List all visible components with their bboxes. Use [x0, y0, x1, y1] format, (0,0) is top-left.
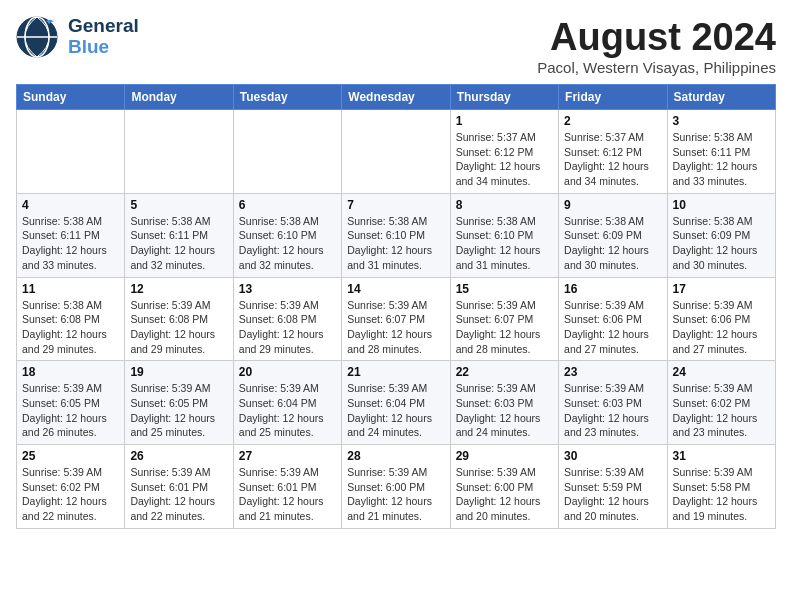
day-info: Sunrise: 5:39 AMSunset: 6:01 PMDaylight:… [239, 465, 336, 524]
day-number: 31 [673, 449, 770, 463]
calendar-week-2: 4Sunrise: 5:38 AMSunset: 6:11 PMDaylight… [17, 193, 776, 277]
day-info: Sunrise: 5:39 AMSunset: 6:06 PMDaylight:… [564, 298, 661, 357]
day-info: Sunrise: 5:39 AMSunset: 6:07 PMDaylight:… [456, 298, 553, 357]
calendar-cell: 27Sunrise: 5:39 AMSunset: 6:01 PMDayligh… [233, 445, 341, 529]
day-number: 14 [347, 282, 444, 296]
calendar-cell: 22Sunrise: 5:39 AMSunset: 6:03 PMDayligh… [450, 361, 558, 445]
day-info: Sunrise: 5:39 AMSunset: 6:08 PMDaylight:… [239, 298, 336, 357]
calendar-header-sunday: Sunday [17, 85, 125, 110]
calendar-cell: 14Sunrise: 5:39 AMSunset: 6:07 PMDayligh… [342, 277, 450, 361]
day-info: Sunrise: 5:39 AMSunset: 6:05 PMDaylight:… [22, 381, 119, 440]
day-info: Sunrise: 5:39 AMSunset: 6:07 PMDaylight:… [347, 298, 444, 357]
calendar-cell: 23Sunrise: 5:39 AMSunset: 6:03 PMDayligh… [559, 361, 667, 445]
day-number: 1 [456, 114, 553, 128]
day-number: 6 [239, 198, 336, 212]
day-number: 12 [130, 282, 227, 296]
day-info: Sunrise: 5:39 AMSunset: 6:00 PMDaylight:… [456, 465, 553, 524]
day-info: Sunrise: 5:39 AMSunset: 6:02 PMDaylight:… [22, 465, 119, 524]
logo: General Blue [16, 16, 139, 58]
calendar-cell [342, 110, 450, 194]
day-number: 2 [564, 114, 661, 128]
day-info: Sunrise: 5:39 AMSunset: 6:00 PMDaylight:… [347, 465, 444, 524]
day-info: Sunrise: 5:38 AMSunset: 6:11 PMDaylight:… [130, 214, 227, 273]
day-number: 18 [22, 365, 119, 379]
calendar-cell: 5Sunrise: 5:38 AMSunset: 6:11 PMDaylight… [125, 193, 233, 277]
day-info: Sunrise: 5:39 AMSunset: 6:04 PMDaylight:… [347, 381, 444, 440]
calendar-cell: 25Sunrise: 5:39 AMSunset: 6:02 PMDayligh… [17, 445, 125, 529]
calendar-cell: 3Sunrise: 5:38 AMSunset: 6:11 PMDaylight… [667, 110, 775, 194]
calendar-cell: 10Sunrise: 5:38 AMSunset: 6:09 PMDayligh… [667, 193, 775, 277]
calendar-cell: 20Sunrise: 5:39 AMSunset: 6:04 PMDayligh… [233, 361, 341, 445]
day-number: 20 [239, 365, 336, 379]
day-number: 21 [347, 365, 444, 379]
day-info: Sunrise: 5:38 AMSunset: 6:09 PMDaylight:… [564, 214, 661, 273]
day-info: Sunrise: 5:39 AMSunset: 5:59 PMDaylight:… [564, 465, 661, 524]
day-info: Sunrise: 5:39 AMSunset: 5:58 PMDaylight:… [673, 465, 770, 524]
calendar-header-tuesday: Tuesday [233, 85, 341, 110]
day-info: Sunrise: 5:39 AMSunset: 6:02 PMDaylight:… [673, 381, 770, 440]
calendar-cell: 11Sunrise: 5:38 AMSunset: 6:08 PMDayligh… [17, 277, 125, 361]
calendar-header-row: SundayMondayTuesdayWednesdayThursdayFrid… [17, 85, 776, 110]
calendar-cell: 19Sunrise: 5:39 AMSunset: 6:05 PMDayligh… [125, 361, 233, 445]
page-header: General Blue August 2024 Pacol, Western … [16, 16, 776, 76]
calendar-header-saturday: Saturday [667, 85, 775, 110]
day-number: 5 [130, 198, 227, 212]
calendar-cell: 2Sunrise: 5:37 AMSunset: 6:12 PMDaylight… [559, 110, 667, 194]
calendar-week-5: 25Sunrise: 5:39 AMSunset: 6:02 PMDayligh… [17, 445, 776, 529]
day-info: Sunrise: 5:39 AMSunset: 6:08 PMDaylight:… [130, 298, 227, 357]
calendar-cell: 1Sunrise: 5:37 AMSunset: 6:12 PMDaylight… [450, 110, 558, 194]
calendar-cell: 26Sunrise: 5:39 AMSunset: 6:01 PMDayligh… [125, 445, 233, 529]
calendar-header-wednesday: Wednesday [342, 85, 450, 110]
main-title: August 2024 [537, 16, 776, 59]
day-number: 28 [347, 449, 444, 463]
day-number: 13 [239, 282, 336, 296]
logo-general: General [68, 16, 139, 37]
calendar-cell [17, 110, 125, 194]
day-info: Sunrise: 5:38 AMSunset: 6:10 PMDaylight:… [239, 214, 336, 273]
day-number: 25 [22, 449, 119, 463]
day-info: Sunrise: 5:38 AMSunset: 6:08 PMDaylight:… [22, 298, 119, 357]
day-info: Sunrise: 5:38 AMSunset: 6:09 PMDaylight:… [673, 214, 770, 273]
calendar-cell: 31Sunrise: 5:39 AMSunset: 5:58 PMDayligh… [667, 445, 775, 529]
day-info: Sunrise: 5:39 AMSunset: 6:01 PMDaylight:… [130, 465, 227, 524]
calendar-cell: 16Sunrise: 5:39 AMSunset: 6:06 PMDayligh… [559, 277, 667, 361]
day-number: 8 [456, 198, 553, 212]
day-number: 23 [564, 365, 661, 379]
day-number: 17 [673, 282, 770, 296]
day-number: 4 [22, 198, 119, 212]
calendar-cell: 7Sunrise: 5:38 AMSunset: 6:10 PMDaylight… [342, 193, 450, 277]
day-number: 11 [22, 282, 119, 296]
day-number: 29 [456, 449, 553, 463]
day-number: 15 [456, 282, 553, 296]
day-info: Sunrise: 5:38 AMSunset: 6:10 PMDaylight:… [456, 214, 553, 273]
calendar-week-1: 1Sunrise: 5:37 AMSunset: 6:12 PMDaylight… [17, 110, 776, 194]
calendar-cell: 12Sunrise: 5:39 AMSunset: 6:08 PMDayligh… [125, 277, 233, 361]
logo-blue: Blue [68, 37, 139, 58]
calendar-table: SundayMondayTuesdayWednesdayThursdayFrid… [16, 84, 776, 529]
calendar-cell: 15Sunrise: 5:39 AMSunset: 6:07 PMDayligh… [450, 277, 558, 361]
calendar-cell [233, 110, 341, 194]
day-info: Sunrise: 5:39 AMSunset: 6:03 PMDaylight:… [456, 381, 553, 440]
day-number: 22 [456, 365, 553, 379]
day-info: Sunrise: 5:38 AMSunset: 6:10 PMDaylight:… [347, 214, 444, 273]
calendar-cell [125, 110, 233, 194]
calendar-cell: 21Sunrise: 5:39 AMSunset: 6:04 PMDayligh… [342, 361, 450, 445]
day-info: Sunrise: 5:39 AMSunset: 6:06 PMDaylight:… [673, 298, 770, 357]
title-block: August 2024 Pacol, Western Visayas, Phil… [537, 16, 776, 76]
day-info: Sunrise: 5:37 AMSunset: 6:12 PMDaylight:… [456, 130, 553, 189]
calendar-body: 1Sunrise: 5:37 AMSunset: 6:12 PMDaylight… [17, 110, 776, 529]
calendar-cell: 18Sunrise: 5:39 AMSunset: 6:05 PMDayligh… [17, 361, 125, 445]
day-info: Sunrise: 5:39 AMSunset: 6:05 PMDaylight:… [130, 381, 227, 440]
calendar-cell: 30Sunrise: 5:39 AMSunset: 5:59 PMDayligh… [559, 445, 667, 529]
day-number: 9 [564, 198, 661, 212]
day-number: 7 [347, 198, 444, 212]
subtitle: Pacol, Western Visayas, Philippines [537, 59, 776, 76]
calendar-cell: 29Sunrise: 5:39 AMSunset: 6:00 PMDayligh… [450, 445, 558, 529]
calendar-cell: 13Sunrise: 5:39 AMSunset: 6:08 PMDayligh… [233, 277, 341, 361]
day-number: 10 [673, 198, 770, 212]
day-number: 19 [130, 365, 227, 379]
calendar-week-3: 11Sunrise: 5:38 AMSunset: 6:08 PMDayligh… [17, 277, 776, 361]
calendar-cell: 9Sunrise: 5:38 AMSunset: 6:09 PMDaylight… [559, 193, 667, 277]
day-info: Sunrise: 5:37 AMSunset: 6:12 PMDaylight:… [564, 130, 661, 189]
day-info: Sunrise: 5:38 AMSunset: 6:11 PMDaylight:… [22, 214, 119, 273]
